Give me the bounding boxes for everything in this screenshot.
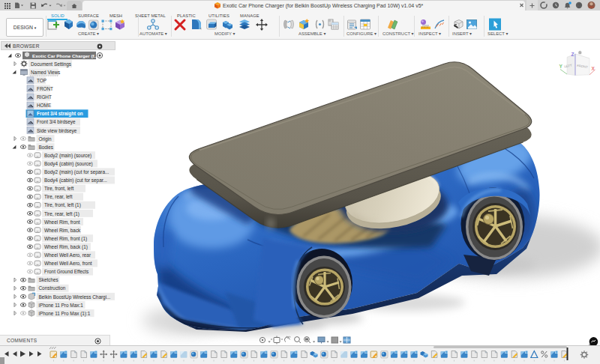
svg-text:?: ? [578,2,581,9]
svg-text:X: X [592,66,596,71]
svg-text:Y: Y [560,64,563,69]
svg-text:Z: Z [572,52,574,57]
